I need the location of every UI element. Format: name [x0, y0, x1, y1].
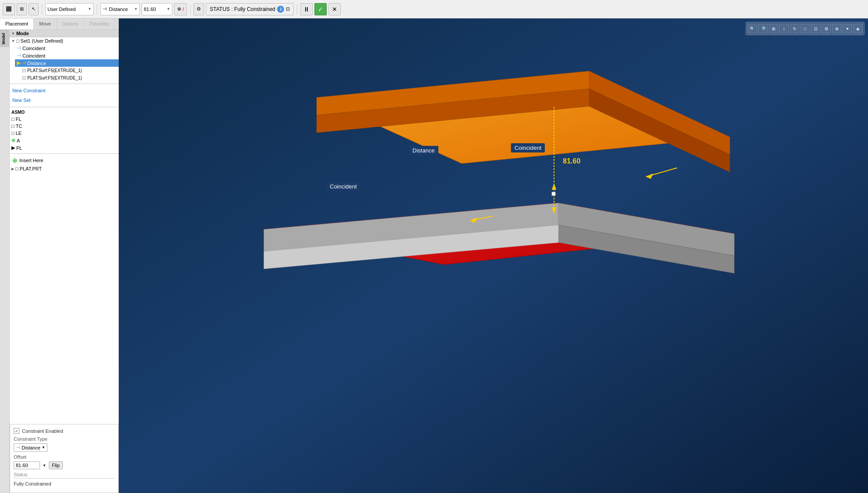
- tab-bar: Placement Move Options Flexibility Prope…: [0, 18, 119, 30]
- vp-rotate-btn[interactable]: ↻: [790, 24, 799, 33]
- tree-divider: [10, 83, 119, 84]
- offset-section-label: Offset: [14, 454, 115, 460]
- svg-text:81.60: 81.60: [563, 157, 580, 165]
- tree-item-distance[interactable]: ▶ ⊣ Distance: [15, 59, 119, 67]
- coincident2-label: Coincident: [22, 53, 45, 58]
- pause-button[interactable]: ⏸: [300, 3, 313, 15]
- as-text: A: [17, 138, 20, 143]
- value-field-arrow: ▼: [165, 7, 170, 11]
- model-section-label[interactable]: Model: [0, 30, 9, 47]
- le-text: LE: [16, 130, 22, 136]
- new-set-label[interactable]: New Set: [12, 97, 31, 104]
- tab-placement[interactable]: Placement: [0, 18, 34, 29]
- status-icon: ℹ: [277, 6, 284, 13]
- plat-expand-icon: ▶: [11, 167, 14, 171]
- insert-here-icon: ⊕: [12, 157, 18, 164]
- vp-zoom-fit-btn[interactable]: ⊞: [769, 24, 778, 33]
- constraint-type-arrow: ▼: [42, 446, 45, 450]
- tree-item-pl[interactable]: ▶ PL: [10, 144, 119, 152]
- check-icon: ✓: [318, 6, 323, 13]
- tree-divider3: [10, 153, 119, 154]
- tree-item-fl[interactable]: □ FL: [10, 116, 119, 123]
- new-constraint-item[interactable]: New Constraint: [10, 86, 119, 95]
- set1-expand-icon: ▼: [11, 39, 15, 43]
- confirm-button[interactable]: ✓: [314, 3, 327, 15]
- view-dropdown[interactable]: User Defined ▼: [45, 3, 94, 15]
- pl-text: PL: [16, 145, 22, 151]
- tree-item-tc[interactable]: □ TC: [10, 123, 119, 130]
- pause-icon: ⏸: [303, 6, 310, 13]
- mode-section-header[interactable]: ▼ Mode: [10, 30, 119, 37]
- distance-active-arrow: ▶: [17, 60, 20, 66]
- svg-rect-19: [552, 192, 555, 196]
- vp-settings-btn[interactable]: ⚙: [821, 24, 831, 33]
- tree-item-plat[interactable]: ▶ □ PLAT.PRT: [10, 165, 119, 172]
- insert-here-item[interactable]: ⊕ Insert Here: [10, 156, 119, 165]
- mode-label: Mode: [16, 31, 29, 36]
- tc-label: □: [11, 123, 15, 129]
- vp-pan-btn[interactable]: ↕: [779, 24, 789, 33]
- coincident1-icon: ⊣: [17, 45, 21, 51]
- new-constraint-label[interactable]: New Constraint: [12, 87, 45, 94]
- vp-snap-btn[interactable]: ⊕: [832, 24, 842, 33]
- tree-item-coincident2[interactable]: ⊣ Coincident: [15, 52, 119, 59]
- flip-button[interactable]: Flip: [49, 461, 63, 469]
- separator-4: [297, 4, 297, 14]
- distance-type-dropdown[interactable]: ⊣ Distance ▼: [100, 3, 140, 15]
- toolbar-icon-3[interactable]: ↖: [29, 3, 39, 15]
- tab-move[interactable]: Move: [34, 18, 57, 29]
- mode-expand-icon: ▼: [11, 32, 15, 36]
- vp-zoom-in-btn[interactable]: 🔍: [748, 24, 757, 33]
- coincident2-icon: ⊣: [17, 53, 21, 58]
- tree-item-set1[interactable]: ▼ □ Set1 (User Defined): [10, 37, 119, 44]
- placement-content: Model ▼ Mode ▼ □ Set1 (User Defined) ⊣: [0, 30, 119, 493]
- toolbar-icon-2[interactable]: ⊞: [17, 3, 27, 15]
- tree-item-le[interactable]: □ LE: [10, 130, 119, 137]
- tree-item-surface1[interactable]: ⊡ PLAT:Surf:F5(EXTRUDE_1): [20, 67, 119, 74]
- constraint-enabled-checkbox[interactable]: [14, 428, 19, 434]
- value-field[interactable]: 81.60: [144, 7, 156, 12]
- status-value-row: Fully Constrained: [14, 481, 115, 486]
- tab-flexibility[interactable]: Flexibility: [84, 18, 115, 29]
- tab-options[interactable]: Options: [57, 18, 84, 29]
- vp-zoom-out-btn[interactable]: 🔎: [758, 24, 768, 33]
- constraint-tree: ▼ □ Set1 (User Defined) ⊣ Coincident ⊣ C…: [10, 37, 119, 424]
- offset-dropdown-arrow: ▼: [43, 464, 46, 468]
- vp-render-btn[interactable]: ⊡: [811, 24, 821, 33]
- plat-icon: □: [15, 166, 18, 171]
- status-text: STATUS : Fully Constrained: [210, 6, 275, 12]
- asmo-label: ASMO: [11, 110, 25, 115]
- viewport-toolbar: 🔍 🔎 ⊞ ↕ ↻ □ ⊡ ⚙ ⊕ ✦ ◈: [746, 22, 864, 35]
- constraint-type-dropdown[interactable]: ⊣ Distance ▼: [14, 443, 47, 452]
- assembly-button[interactable]: ⚙: [193, 3, 204, 15]
- value-field-container[interactable]: 81.60 ▼: [142, 3, 172, 15]
- vp-view-btn[interactable]: □: [800, 24, 810, 33]
- snap-button[interactable]: ⊕ /: [174, 3, 187, 15]
- left-mini-sidebar: Model: [0, 30, 10, 493]
- toolbar-icon-1[interactable]: ⬛: [3, 3, 15, 15]
- scene-svg: 81.60: [119, 18, 868, 493]
- snap-icon: ⊕: [177, 6, 181, 12]
- cancel-button[interactable]: ✕: [328, 3, 341, 15]
- set1-icon: □: [16, 38, 19, 44]
- tree-item-as[interactable]: ⊕ A: [10, 137, 119, 144]
- new-set-item[interactable]: New Set: [10, 95, 119, 105]
- distance-icon: ⊣: [22, 60, 26, 66]
- plat-label: PLAT.PRT: [20, 166, 42, 171]
- tree-item-surface2[interactable]: ⊡ PLAT:Surf:F5(EXTRUDE_1): [20, 74, 119, 82]
- left-panel: Placement Move Options Flexibility Prope…: [0, 18, 119, 493]
- fl-label: □: [11, 116, 15, 122]
- surface1-icon: ⊡: [22, 68, 26, 73]
- model-icons-row: ASMO: [10, 109, 119, 116]
- close-icon: ✕: [332, 6, 337, 13]
- vp-display-btn[interactable]: ✦: [842, 24, 852, 33]
- tc-text: TC: [16, 123, 22, 129]
- vp-extra-btn[interactable]: ◈: [853, 24, 863, 33]
- 3d-viewport[interactable]: 81.60 Distance Coincident Coincident 🔍 🔎…: [119, 18, 868, 493]
- separator-1: [42, 4, 42, 14]
- offset-input[interactable]: [14, 461, 40, 469]
- surface1-label: PLAT:Surf:F5(EXTRUDE_1): [27, 68, 82, 73]
- tree-item-coincident1[interactable]: ⊣ Coincident: [15, 44, 119, 52]
- constraint-type-section-label: Constraint Type: [14, 436, 115, 442]
- distance-type-value: Distance: [109, 7, 128, 12]
